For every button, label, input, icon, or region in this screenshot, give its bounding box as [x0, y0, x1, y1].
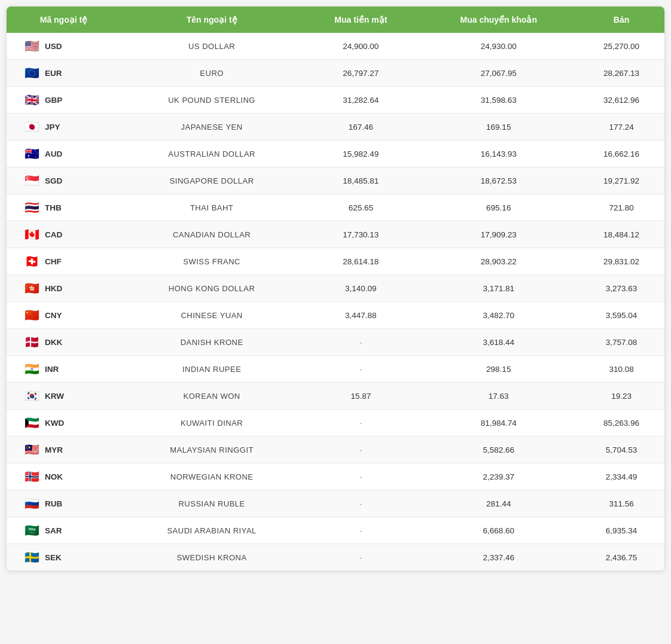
currency-code: USD	[45, 42, 62, 51]
sell-value: 16,662.16	[578, 141, 664, 167]
sell-value: 6,935.34	[578, 517, 664, 544]
currency-name: MALAYSIAN RINGGIT	[121, 437, 303, 463]
buy-transfer-value: 16,143.93	[419, 141, 578, 167]
flag-icon: 🇸🇦	[23, 524, 40, 536]
currency-name: EURO	[121, 60, 303, 87]
currency-code: JPY	[45, 123, 60, 132]
flag-icon: 🇪🇺	[23, 67, 40, 79]
buy-cash-value: 28,614.18	[303, 248, 419, 275]
currency-code: CAD	[45, 230, 62, 239]
currency-code: KRW	[45, 392, 64, 401]
currency-name: DANISH KRONE	[121, 329, 303, 356]
sell-value: 3,595.04	[578, 302, 664, 329]
flag-icon: 🇦🇺	[23, 148, 40, 160]
table-row: 🇰🇷 KRW KOREAN WON15.8717.6319.23	[7, 383, 664, 410]
currency-name: CANADIAN DOLLAR	[121, 221, 303, 248]
header-currency-code: Mã ngoại tệ	[7, 7, 121, 33]
currency-code-cell: 🇪🇺 EUR	[7, 60, 121, 87]
sell-value: 3,273.63	[578, 275, 664, 302]
table-row: 🇨🇭 CHF SWISS FRANC28,614.1828,903.2229,8…	[7, 248, 664, 275]
exchange-rate-table: Mã ngoại tệ Tên ngoại tệ Mua tiền mặt Mu…	[6, 6, 665, 571]
currency-code-cell: 🇺🇸 USD	[7, 33, 121, 60]
buy-transfer-value: 2,239.37	[419, 463, 578, 490]
currency-code: SAR	[45, 526, 62, 535]
flag-icon: 🇩🇰	[23, 336, 40, 348]
table-row: 🇨🇦 CAD CANADIAN DOLLAR17,730.1317,909.23…	[7, 221, 664, 248]
flag-icon: 🇲🇾	[23, 444, 40, 456]
buy-transfer-value: 18,672.53	[419, 167, 578, 194]
sell-value: 25,270.00	[578, 33, 664, 60]
buy-transfer-value: 17.63	[419, 383, 578, 410]
currency-code-cell: 🇸🇪 SEK	[7, 544, 121, 571]
currency-name: SWISS FRANC	[121, 248, 303, 275]
currency-code: KWD	[45, 419, 64, 428]
currency-name: AUSTRALIAN DOLLAR	[121, 141, 303, 167]
buy-cash-value: 31,282.64	[303, 87, 419, 114]
buy-transfer-value: 281.44	[419, 490, 578, 517]
sell-value: 310.08	[578, 356, 664, 383]
sell-value: 19.23	[578, 383, 664, 410]
buy-transfer-value: 298.15	[419, 356, 578, 383]
currency-code: INR	[45, 365, 59, 374]
currency-code-cell: 🇲🇾 MYR	[7, 437, 121, 463]
sell-value: 177.24	[578, 114, 664, 141]
sell-value: 19,271.92	[578, 167, 664, 194]
flag-icon: 🇸🇬	[23, 175, 40, 187]
table-row: 🇸🇦 SAR SAUDI ARABIAN RIYAL-6,668.606,935…	[7, 517, 664, 544]
flag-icon: 🇹🇭	[23, 202, 40, 213]
table-header-row: Mã ngoại tệ Tên ngoại tệ Mua tiền mặt Mu…	[7, 7, 664, 33]
currency-name: SAUDI ARABIAN RIYAL	[121, 517, 303, 544]
flag-icon: 🇷🇺	[23, 498, 40, 509]
currency-code: GBP	[45, 96, 62, 105]
currency-code-cell: 🇳🇴 NOK	[7, 463, 121, 490]
currency-name: HONG KONG DOLLAR	[121, 275, 303, 302]
sell-value: 3,757.08	[578, 329, 664, 356]
buy-cash-value: 3,140.09	[303, 275, 419, 302]
sell-value: 311.56	[578, 490, 664, 517]
buy-transfer-value: 27,067.95	[419, 60, 578, 87]
buy-cash-value: -	[303, 463, 419, 490]
table-row: 🇮🇳 INR INDIAN RUPEE-298.15310.08	[7, 356, 664, 383]
currency-code: CNY	[45, 311, 62, 320]
sell-value: 2,436.75	[578, 544, 664, 571]
buy-cash-value: 3,447.88	[303, 302, 419, 329]
currency-code: DKK	[45, 338, 62, 347]
table-row: 🇪🇺 EUR EURO26,797.2727,067.9528,267.13	[7, 60, 664, 87]
currency-code-cell: 🇭🇰 HKD	[7, 275, 121, 302]
currency-name: SWEDISH KRONA	[121, 544, 303, 571]
buy-cash-value: 18,485.81	[303, 167, 419, 194]
currency-code: MYR	[45, 445, 63, 454]
currency-code: SEK	[45, 553, 62, 562]
buy-transfer-value: 81,984.74	[419, 410, 578, 437]
currency-name: RUSSIAN RUBLE	[121, 490, 303, 517]
buy-cash-value: -	[303, 356, 419, 383]
table-row: 🇩🇰 DKK DANISH KRONE-3,618.443,757.08	[7, 329, 664, 356]
currency-name: SINGAPORE DOLLAR	[121, 167, 303, 194]
currency-name: US DOLLAR	[121, 33, 303, 60]
buy-cash-value: 625.65	[303, 194, 419, 221]
currency-code-cell: 🇮🇳 INR	[7, 356, 121, 383]
buy-cash-value: -	[303, 490, 419, 517]
buy-transfer-value: 5,582.66	[419, 437, 578, 463]
currency-code-cell: 🇨🇦 CAD	[7, 221, 121, 248]
sell-value: 5,704.53	[578, 437, 664, 463]
sell-value: 721.80	[578, 194, 664, 221]
currency-code: HKD	[45, 284, 62, 293]
table-row: 🇺🇸 USD US DOLLAR24,900.0024,930.0025,270…	[7, 33, 664, 60]
header-buy-transfer: Mua chuyển khoản	[419, 7, 578, 33]
buy-transfer-value: 17,909.23	[419, 221, 578, 248]
buy-cash-value: 24,900.00	[303, 33, 419, 60]
table-row: 🇭🇰 HKD HONG KONG DOLLAR3,140.093,171.813…	[7, 275, 664, 302]
currency-code-cell: 🇰🇷 KRW	[7, 383, 121, 410]
buy-transfer-value: 28,903.22	[419, 248, 578, 275]
buy-cash-value: 15,982.49	[303, 141, 419, 167]
buy-cash-value: -	[303, 544, 419, 571]
buy-transfer-value: 695.16	[419, 194, 578, 221]
currency-name: UK POUND STERLING	[121, 87, 303, 114]
sell-value: 85,263.96	[578, 410, 664, 437]
flag-icon: 🇳🇴	[23, 471, 40, 483]
currency-name: CHINESE YUAN	[121, 302, 303, 329]
currency-name: INDIAN RUPEE	[121, 356, 303, 383]
currency-name: THAI BAHT	[121, 194, 303, 221]
sell-value: 2,334.49	[578, 463, 664, 490]
